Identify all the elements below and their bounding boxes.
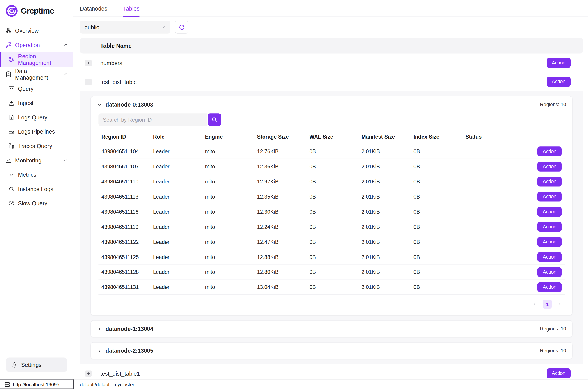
region-row: 4398046511119 Leader mito 12.24KiB 0B 2.… [98, 219, 564, 234]
sidebar-item-query[interactable]: Query [0, 81, 73, 96]
storage-size-cell: 12.30KiB [254, 208, 306, 215]
datanode-1-header[interactable]: datanode-1:13004 Regions: 10 [91, 321, 572, 337]
sidebar-item-label: Operation [15, 42, 40, 48]
region-action-button[interactable]: Action [537, 161, 562, 171]
tables-header-row: Table Name [80, 38, 583, 53]
sidebar-item-logs-query[interactable]: Logs Query [0, 110, 73, 124]
sidebar-item-traces-query[interactable]: Traces Query [0, 139, 73, 153]
index-size-cell: 0B [411, 208, 463, 215]
region-id-cell: 4398046511110 [98, 178, 150, 185]
sidebar-item-monitoring[interactable]: Monitoring [0, 153, 73, 167]
sidebar-item-metrics[interactable]: Metrics [0, 167, 73, 182]
col-wal-size: WAL Size [306, 134, 359, 140]
database-icon [5, 71, 11, 77]
index-size-cell: 0B [411, 178, 463, 185]
storage-size-cell: 12.76KiB [254, 148, 306, 154]
region-action-button[interactable]: Action [537, 282, 562, 292]
region-search-input[interactable] [98, 113, 207, 126]
sidebar-item-region-management[interactable]: Region Management [0, 52, 73, 67]
engine-cell: mito [202, 193, 254, 199]
engine-cell: mito [202, 224, 254, 230]
table-name: test_dist_table1 [100, 370, 547, 377]
region-action-button[interactable]: Action [537, 267, 562, 277]
manifest-size-cell: 2.01KiB [359, 163, 411, 169]
wal-size-cell: 0B [306, 269, 359, 275]
expand-button[interactable] [85, 60, 92, 66]
server-url-box[interactable]: http://localhost:19095 [0, 380, 74, 389]
region-action-button[interactable]: Action [537, 146, 562, 156]
sidebar-item-label: Metrics [18, 171, 36, 178]
engine-cell: mito [202, 284, 254, 290]
server-icon [4, 382, 10, 387]
tab-tables[interactable]: Tables [123, 0, 139, 17]
engine-cell: mito [202, 239, 254, 245]
regions-count: Regions: 10 [540, 102, 566, 107]
sidebar-item-overview[interactable]: Overview [0, 23, 73, 38]
table-action-button[interactable]: Action [547, 77, 571, 87]
region-action-button[interactable]: Action [537, 192, 562, 201]
sidebar-item-logs-pipelines[interactable]: Logs Pipelines [0, 124, 73, 139]
tab-label: Tables [123, 5, 139, 11]
gauge-icon [8, 200, 15, 206]
settings-button[interactable]: Settings [6, 358, 67, 372]
sidebar-item-ingest[interactable]: Ingest [0, 96, 73, 110]
expand-button[interactable] [85, 370, 92, 377]
region-action-button[interactable]: Action [537, 222, 562, 231]
greptime-logo-icon [5, 4, 18, 17]
region-action-button[interactable]: Action [537, 237, 562, 247]
engine-cell: mito [202, 269, 254, 275]
prev-page-button[interactable] [532, 301, 537, 307]
brand-logo: Greptime [0, 0, 73, 23]
datanode-2-header[interactable]: datanode-2:13005 Regions: 10 [91, 343, 572, 359]
refresh-button[interactable] [175, 21, 189, 33]
sidebar-item-slow-query[interactable]: Slow Query [0, 196, 73, 210]
database-select[interactable]: public [80, 21, 170, 33]
table-action-button[interactable]: Action [547, 58, 571, 68]
chevron-up-icon [63, 158, 68, 163]
role-cell: Leader [150, 284, 202, 290]
table-row-test-dist-table: test_dist_table Action [80, 72, 583, 91]
col-storage-size: Storage Size [254, 134, 306, 140]
manifest-size-cell: 2.01KiB [359, 193, 411, 199]
tab-datanodes[interactable]: Datanodes [80, 0, 107, 17]
minus-icon [86, 80, 90, 84]
region-id-cell: 4398046511131 [98, 284, 150, 290]
manifest-size-cell: 2.01KiB [359, 178, 411, 185]
region-search-button[interactable] [208, 113, 221, 126]
wal-size-cell: 0B [306, 224, 359, 230]
region-action-button[interactable]: Action [537, 207, 562, 216]
role-cell: Leader [150, 208, 202, 215]
table-row-numbers: numbers Action [80, 53, 583, 72]
index-size-cell: 0B [411, 269, 463, 275]
datanode-0-header[interactable]: datanode-0:13003 Regions: 10 [91, 97, 572, 113]
region-id-cell: 4398046511128 [98, 269, 150, 275]
monitoring-chart-icon [5, 157, 11, 163]
region-row: 4398046511107 Leader mito 12.36KiB 0B 2.… [98, 159, 564, 174]
sidebar-item-data-management[interactable]: Data Management [0, 67, 73, 82]
region-action-button[interactable]: Action [537, 176, 562, 186]
col-manifest-size: Manifest Size [359, 134, 411, 140]
datanode-0-body: Region ID Role Engine Storage Size WAL S… [91, 113, 572, 315]
server-url: http://localhost:19095 [13, 382, 60, 387]
region-search [98, 113, 564, 126]
page-number[interactable]: 1 [543, 299, 552, 309]
collapse-button[interactable] [85, 79, 92, 85]
region-action-button[interactable]: Action [537, 252, 562, 262]
storage-size-cell: 12.24KiB [254, 224, 306, 230]
next-page-button[interactable] [557, 301, 562, 307]
sidebar-item-instance-logs[interactable]: Instance Logs [0, 182, 73, 196]
role-cell: Leader [150, 148, 202, 154]
table-expanded-panel: datanode-0:13003 Regions: 10 Region ID [80, 91, 583, 364]
region-id-cell: 4398046511104 [98, 148, 150, 154]
import-icon [8, 100, 15, 106]
regions-count: Regions: 10 [540, 326, 566, 331]
sidebar: Greptime Overview Operation Region Manag… [0, 0, 73, 389]
sidebar-item-operation[interactable]: Operation [0, 38, 73, 52]
manifest-size-cell: 2.01KiB [359, 284, 411, 290]
table-action-button[interactable]: Action [547, 368, 571, 378]
sidebar-item-label: Logs Query [18, 114, 47, 120]
datanode-card-1: datanode-1:13004 Regions: 10 [90, 320, 572, 337]
col-region-id: Region ID [98, 134, 150, 140]
sidebar-item-label: Region Management [18, 53, 68, 66]
gear-icon [11, 361, 18, 368]
